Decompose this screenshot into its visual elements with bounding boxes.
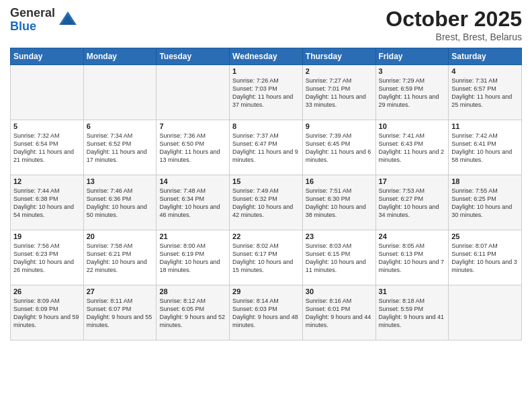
day-number: 9	[306, 122, 373, 130]
calendar-cell: 3Sunrise: 7:29 AM Sunset: 6:59 PM Daylig…	[375, 65, 449, 120]
day-number: 18	[451, 177, 519, 185]
calendar-cell: 24Sunrise: 8:05 AM Sunset: 6:13 PM Dayli…	[375, 230, 449, 285]
header-tuesday: Tuesday	[157, 48, 230, 65]
header-row: Sunday Monday Tuesday Wednesday Thursday…	[11, 48, 522, 65]
page-subtitle: Brest, Brest, Belarus	[386, 32, 522, 42]
day-number: 7	[159, 122, 226, 130]
day-content: Sunrise: 7:26 AM Sunset: 7:03 PM Dayligh…	[232, 77, 300, 109]
logo-icon	[58, 10, 78, 30]
header-thursday: Thursday	[302, 48, 375, 65]
day-content: Sunrise: 8:16 AM Sunset: 6:01 PM Dayligh…	[306, 297, 373, 330]
calendar-cell	[83, 65, 157, 120]
title-block: October 2025 Brest, Brest, Belarus	[386, 7, 522, 42]
day-number: 31	[379, 287, 446, 295]
day-content: Sunrise: 7:58 AM Sunset: 6:21 PM Dayligh…	[87, 242, 154, 275]
logo: General Blue	[10, 7, 78, 34]
day-number: 17	[379, 177, 446, 185]
calendar-cell: 6Sunrise: 7:34 AM Sunset: 6:52 PM Daylig…	[83, 120, 157, 175]
main-container: General Blue October 2025 Brest, Brest, …	[0, 0, 532, 411]
day-number: 29	[232, 287, 300, 295]
calendar-cell: 8Sunrise: 7:37 AM Sunset: 6:47 PM Daylig…	[230, 120, 303, 175]
day-content: Sunrise: 7:42 AM Sunset: 6:41 PM Dayligh…	[451, 132, 519, 165]
calendar-cell: 18Sunrise: 7:55 AM Sunset: 6:25 PM Dayli…	[449, 175, 522, 230]
day-number: 26	[13, 287, 81, 295]
calendar-cell: 11Sunrise: 7:42 AM Sunset: 6:41 PM Dayli…	[449, 120, 522, 175]
day-number: 21	[159, 232, 226, 240]
calendar-cell: 17Sunrise: 7:53 AM Sunset: 6:27 PM Dayli…	[375, 175, 449, 230]
header-friday: Friday	[375, 48, 449, 65]
day-content: Sunrise: 8:18 AM Sunset: 5:59 PM Dayligh…	[379, 297, 446, 330]
day-content: Sunrise: 8:02 AM Sunset: 6:17 PM Dayligh…	[232, 242, 300, 275]
calendar-table: Sunday Monday Tuesday Wednesday Thursday…	[10, 48, 522, 340]
day-number: 25	[451, 232, 519, 240]
calendar-cell: 13Sunrise: 7:46 AM Sunset: 6:36 PM Dayli…	[83, 175, 157, 230]
calendar-cell: 19Sunrise: 7:56 AM Sunset: 6:23 PM Dayli…	[11, 230, 84, 285]
day-number: 22	[232, 232, 300, 240]
calendar-cell: 15Sunrise: 7:49 AM Sunset: 6:32 PM Dayli…	[230, 175, 303, 230]
day-content: Sunrise: 7:29 AM Sunset: 6:59 PM Dayligh…	[379, 77, 446, 109]
calendar-cell: 31Sunrise: 8:18 AM Sunset: 5:59 PM Dayli…	[375, 285, 449, 340]
day-number: 6	[87, 122, 154, 130]
day-content: Sunrise: 7:49 AM Sunset: 6:32 PM Dayligh…	[232, 187, 300, 220]
calendar-cell: 7Sunrise: 7:36 AM Sunset: 6:50 PM Daylig…	[157, 120, 230, 175]
day-content: Sunrise: 7:37 AM Sunset: 6:47 PM Dayligh…	[232, 132, 300, 165]
day-content: Sunrise: 7:36 AM Sunset: 6:50 PM Dayligh…	[159, 132, 226, 165]
day-content: Sunrise: 8:09 AM Sunset: 6:09 PM Dayligh…	[13, 297, 81, 330]
day-content: Sunrise: 8:07 AM Sunset: 6:11 PM Dayligh…	[451, 242, 519, 275]
calendar-cell: 5Sunrise: 7:32 AM Sunset: 6:54 PM Daylig…	[11, 120, 84, 175]
calendar-cell: 27Sunrise: 8:11 AM Sunset: 6:07 PM Dayli…	[83, 285, 157, 340]
day-content: Sunrise: 8:03 AM Sunset: 6:15 PM Dayligh…	[306, 242, 373, 275]
day-content: Sunrise: 7:32 AM Sunset: 6:54 PM Dayligh…	[13, 132, 81, 165]
header: General Blue October 2025 Brest, Brest, …	[10, 7, 522, 42]
day-content: Sunrise: 7:31 AM Sunset: 6:57 PM Dayligh…	[451, 77, 519, 109]
day-number: 28	[159, 287, 226, 295]
calendar-cell: 23Sunrise: 8:03 AM Sunset: 6:15 PM Dayli…	[302, 230, 375, 285]
calendar-cell: 14Sunrise: 7:48 AM Sunset: 6:34 PM Dayli…	[157, 175, 230, 230]
calendar-week-row: 5Sunrise: 7:32 AM Sunset: 6:54 PM Daylig…	[11, 120, 522, 175]
day-content: Sunrise: 8:12 AM Sunset: 6:05 PM Dayligh…	[159, 297, 226, 330]
calendar-cell: 10Sunrise: 7:41 AM Sunset: 6:43 PM Dayli…	[375, 120, 449, 175]
day-content: Sunrise: 7:34 AM Sunset: 6:52 PM Dayligh…	[87, 132, 154, 165]
calendar-cell: 20Sunrise: 7:58 AM Sunset: 6:21 PM Dayli…	[83, 230, 157, 285]
calendar-cell: 29Sunrise: 8:14 AM Sunset: 6:03 PM Dayli…	[230, 285, 303, 340]
day-number: 24	[379, 232, 446, 240]
calendar-cell: 2Sunrise: 7:27 AM Sunset: 7:01 PM Daylig…	[302, 65, 375, 120]
calendar-cell	[449, 285, 522, 340]
day-number: 14	[159, 177, 226, 185]
calendar-cell: 9Sunrise: 7:39 AM Sunset: 6:45 PM Daylig…	[302, 120, 375, 175]
day-content: Sunrise: 7:39 AM Sunset: 6:45 PM Dayligh…	[306, 132, 373, 165]
calendar-cell: 25Sunrise: 8:07 AM Sunset: 6:11 PM Dayli…	[449, 230, 522, 285]
logo-text: General Blue	[10, 7, 55, 34]
day-number: 2	[306, 67, 373, 75]
day-number: 5	[13, 122, 81, 130]
calendar-week-row: 26Sunrise: 8:09 AM Sunset: 6:09 PM Dayli…	[11, 285, 522, 340]
calendar-week-row: 12Sunrise: 7:44 AM Sunset: 6:38 PM Dayli…	[11, 175, 522, 230]
header-wednesday: Wednesday	[230, 48, 303, 65]
day-content: Sunrise: 7:46 AM Sunset: 6:36 PM Dayligh…	[87, 187, 154, 220]
day-content: Sunrise: 8:11 AM Sunset: 6:07 PM Dayligh…	[87, 297, 154, 330]
calendar-cell: 22Sunrise: 8:02 AM Sunset: 6:17 PM Dayli…	[230, 230, 303, 285]
day-number: 27	[87, 287, 154, 295]
day-content: Sunrise: 7:27 AM Sunset: 7:01 PM Dayligh…	[306, 77, 373, 109]
day-number: 8	[232, 122, 300, 130]
day-content: Sunrise: 7:51 AM Sunset: 6:30 PM Dayligh…	[306, 187, 373, 220]
day-content: Sunrise: 7:44 AM Sunset: 6:38 PM Dayligh…	[13, 187, 81, 220]
day-content: Sunrise: 7:48 AM Sunset: 6:34 PM Dayligh…	[159, 187, 226, 220]
calendar-cell: 26Sunrise: 8:09 AM Sunset: 6:09 PM Dayli…	[11, 285, 84, 340]
day-content: Sunrise: 7:55 AM Sunset: 6:25 PM Dayligh…	[451, 187, 519, 220]
day-number: 1	[232, 67, 300, 75]
calendar-cell: 28Sunrise: 8:12 AM Sunset: 6:05 PM Dayli…	[157, 285, 230, 340]
day-content: Sunrise: 8:14 AM Sunset: 6:03 PM Dayligh…	[232, 297, 300, 330]
calendar-header: Sunday Monday Tuesday Wednesday Thursday…	[11, 48, 522, 65]
day-content: Sunrise: 7:41 AM Sunset: 6:43 PM Dayligh…	[379, 132, 446, 165]
header-saturday: Saturday	[449, 48, 522, 65]
day-number: 23	[306, 232, 373, 240]
calendar-week-row: 19Sunrise: 7:56 AM Sunset: 6:23 PM Dayli…	[11, 230, 522, 285]
calendar-cell	[11, 65, 84, 120]
calendar-cell: 1Sunrise: 7:26 AM Sunset: 7:03 PM Daylig…	[230, 65, 303, 120]
day-number: 19	[13, 232, 81, 240]
day-number: 10	[379, 122, 446, 130]
calendar-cell: 12Sunrise: 7:44 AM Sunset: 6:38 PM Dayli…	[11, 175, 84, 230]
day-number: 13	[87, 177, 154, 185]
day-number: 16	[306, 177, 373, 185]
